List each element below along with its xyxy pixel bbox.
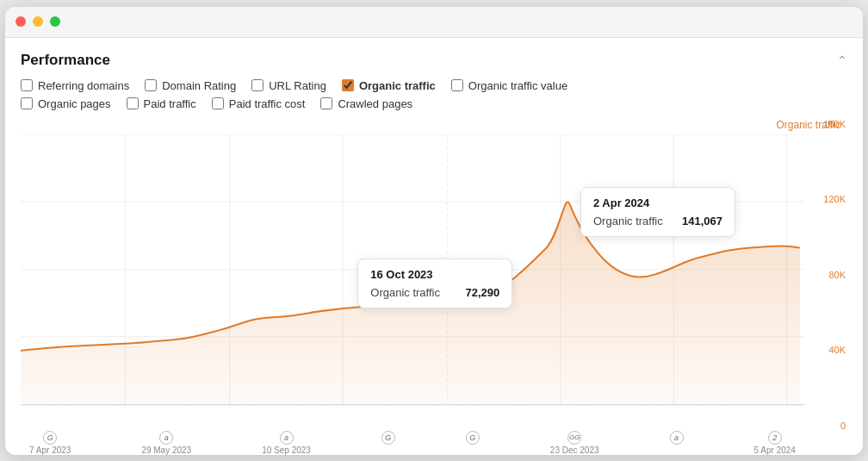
y-label-80k: 80K bbox=[828, 270, 846, 280]
x-labels: G 7 Apr 2023 a 29 May 2023 a 10 Sep 2023… bbox=[21, 431, 804, 455]
x-item-7: a bbox=[670, 431, 684, 455]
checkboxes-row-1: Referring domainsDomain RatingURL Rating… bbox=[21, 79, 847, 92]
x-badge-8: 2 bbox=[768, 431, 782, 445]
x-item-6: GG 23 Dec 2023 bbox=[550, 431, 599, 455]
checkbox-item-cb-crawled[interactable]: Crawled pages bbox=[320, 97, 412, 110]
x-badge-1: G bbox=[43, 431, 57, 445]
performance-header: Performance ⌃ bbox=[21, 52, 847, 69]
close-button[interactable] bbox=[16, 16, 26, 27]
x-date-6: 23 Dec 2023 bbox=[550, 445, 599, 455]
checkbox-label-cb-referring: Referring domains bbox=[38, 79, 129, 92]
x-badge-7: a bbox=[670, 431, 684, 445]
checkbox-cb-paid-cost[interactable] bbox=[212, 97, 224, 109]
x-badge-4: G bbox=[381, 431, 395, 445]
checkbox-label-cb-pages: Organic pages bbox=[38, 97, 111, 110]
checkbox-cb-organic[interactable] bbox=[342, 79, 354, 91]
maximize-button[interactable] bbox=[50, 16, 60, 27]
x-date-3: 10 Sep 2023 bbox=[262, 445, 311, 455]
performance-title: Performance bbox=[21, 52, 110, 69]
tooltip-apr-2024: 2 Apr 2024 Organic traffic 141,067 bbox=[580, 187, 735, 237]
x-item-8: 2 5 Apr 2024 bbox=[754, 431, 796, 455]
checkbox-cb-domain[interactable] bbox=[145, 79, 157, 91]
x-item-2: a 29 May 2023 bbox=[141, 431, 191, 455]
checkbox-label-cb-paid: Paid traffic bbox=[144, 97, 196, 110]
tooltip1-metric: Organic traffic bbox=[370, 286, 440, 299]
checkbox-item-cb-paid-cost[interactable]: Paid traffic cost bbox=[212, 97, 306, 110]
titlebar bbox=[5, 7, 863, 38]
x-item-3: a 10 Sep 2023 bbox=[262, 431, 311, 455]
tooltip1-row: Organic traffic 72,290 bbox=[370, 286, 499, 299]
checkbox-cb-pages[interactable] bbox=[21, 97, 33, 109]
checkbox-cb-organic-value[interactable] bbox=[451, 79, 463, 91]
x-date-2: 29 May 2023 bbox=[141, 445, 191, 455]
x-axis: G 7 Apr 2023 a 29 May 2023 a 10 Sep 2023… bbox=[21, 431, 804, 455]
tooltip1-date: 16 Oct 2023 bbox=[370, 268, 499, 281]
chart-inner: 16 Oct 2023 Organic traffic 72,290 2 Apr… bbox=[21, 134, 804, 431]
checkbox-item-cb-url[interactable]: URL Rating bbox=[251, 79, 326, 92]
y-label-160k: 160K bbox=[823, 119, 846, 129]
x-item-1: G 7 Apr 2023 bbox=[29, 431, 71, 455]
x-badge-3: a bbox=[280, 431, 294, 445]
content-area: Performance ⌃ Referring domainsDomain Ra… bbox=[5, 38, 863, 455]
chart-area: Organic traffic 160K 120K 80K 40K 0 bbox=[21, 119, 847, 455]
x-item-4: G bbox=[381, 431, 395, 455]
checkbox-label-cb-domain: Domain Rating bbox=[162, 79, 236, 92]
x-date-8: 5 Apr 2024 bbox=[754, 445, 796, 455]
checkbox-item-cb-organic[interactable]: Organic traffic bbox=[342, 79, 436, 92]
y-label-0: 0 bbox=[840, 421, 846, 431]
x-badge-6: GG bbox=[567, 431, 581, 445]
tooltip2-value: 141,067 bbox=[682, 215, 722, 227]
x-item-5: G bbox=[466, 431, 480, 455]
checkbox-cb-url[interactable] bbox=[251, 79, 264, 91]
checkbox-cb-referring[interactable] bbox=[21, 79, 33, 91]
checkbox-item-cb-pages[interactable]: Organic pages bbox=[21, 97, 111, 110]
checkbox-item-cb-paid[interactable]: Paid traffic bbox=[127, 97, 196, 110]
tooltip2-row: Organic traffic 141,067 bbox=[593, 215, 722, 227]
y-axis: 160K 120K 80K 40K 0 bbox=[808, 119, 847, 431]
main-window: Performance ⌃ Referring domainsDomain Ra… bbox=[5, 7, 863, 455]
checkbox-item-cb-domain[interactable]: Domain Rating bbox=[145, 79, 236, 92]
checkbox-item-cb-referring[interactable]: Referring domains bbox=[21, 79, 129, 92]
checkbox-label-cb-organic: Organic traffic bbox=[359, 79, 436, 92]
checkbox-label-cb-url: URL Rating bbox=[269, 79, 326, 92]
x-date-1: 7 Apr 2023 bbox=[29, 445, 71, 455]
checkbox-cb-crawled[interactable] bbox=[320, 97, 332, 109]
checkbox-cb-paid[interactable] bbox=[127, 97, 139, 109]
checkbox-label-cb-paid-cost: Paid traffic cost bbox=[229, 97, 306, 110]
x-badge-2: a bbox=[159, 431, 173, 445]
tooltip2-metric: Organic traffic bbox=[593, 215, 663, 227]
checkbox-label-cb-organic-value: Organic traffic value bbox=[468, 79, 567, 92]
checkbox-label-cb-crawled: Crawled pages bbox=[338, 97, 412, 110]
tooltip2-date: 2 Apr 2024 bbox=[593, 196, 722, 209]
minimize-button[interactable] bbox=[33, 16, 43, 27]
checkboxes-row-2: Organic pagesPaid trafficPaid traffic co… bbox=[21, 97, 847, 110]
y-label-120k: 120K bbox=[823, 194, 846, 204]
tooltip1-value: 72,290 bbox=[466, 286, 500, 299]
collapse-icon[interactable]: ⌃ bbox=[837, 53, 847, 67]
tooltip-oct-2023: 16 Oct 2023 Organic traffic 72,290 bbox=[357, 259, 512, 308]
y-label-40k: 40K bbox=[828, 345, 846, 355]
x-badge-5: G bbox=[466, 431, 480, 445]
checkbox-item-cb-organic-value[interactable]: Organic traffic value bbox=[451, 79, 567, 92]
